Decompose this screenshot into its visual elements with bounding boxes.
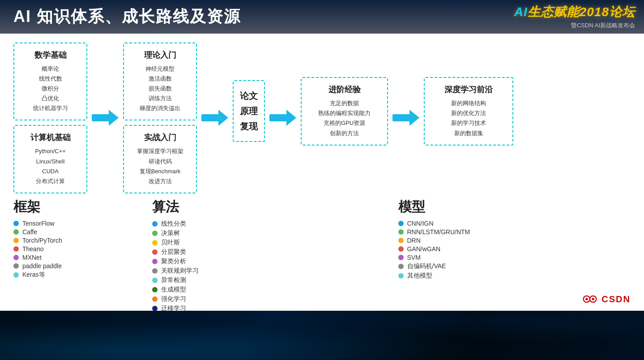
advanced-title: 进阶经验 [310, 84, 379, 95]
arrow-1 [89, 111, 121, 124]
list-item: 决策树 [152, 229, 385, 237]
item-label: CNN/IGN [407, 220, 434, 227]
bottom-section: 框架 TensorFlowCaffeTorch/PyTorchTheanoMXN… [13, 198, 631, 323]
dot-icon [152, 231, 158, 236]
deep-items: 新的网络结构 新的优化方法 新的学习技术 新的数据集 [433, 99, 504, 138]
dot-icon [398, 273, 404, 279]
item-label: MXNet [22, 254, 42, 261]
dot-icon [152, 240, 158, 245]
dot-icon [13, 238, 19, 243]
main-content: 数学基础 概率论 线性代数 微积分 凸优化 统计机器学习 计算机基础 Pytho… [0, 34, 644, 311]
item-label: Torch/PyTorch [22, 237, 62, 244]
advanced-items: 充足的数据 熟练的编程实现能力 充裕的GPU资源 创新的方法 [310, 99, 379, 138]
list-item: 异常检测 [152, 276, 385, 284]
algorithm-label: 算法 [152, 198, 385, 216]
page-title: AI 知识体系、成长路线及资源 [13, 6, 241, 28]
practice-items: 掌握深度学习框架 研读代码 复现Benchmark 改进方法 [132, 146, 188, 186]
item-label: 自编码机/VAE [407, 262, 446, 270]
list-item: MXNet [13, 254, 139, 261]
model-list: CNN/IGNRNN/LSTM/GRU/NTMDRNGAN/wGANSVM自编码… [398, 220, 631, 280]
computer-items: Python/C++ Linux/Shell CUDA 分布式计算 [22, 146, 78, 186]
list-item: 线性分类 [152, 220, 385, 228]
list-item: 分层聚类 [152, 248, 385, 256]
dot-icon [398, 246, 404, 252]
list-item: DRN [398, 237, 631, 244]
computer-title: 计算机基础 [22, 132, 78, 143]
dot-icon [13, 263, 19, 269]
item-label: 异常检测 [161, 276, 186, 284]
list-item: 关联规则学习 [152, 267, 385, 275]
branding-ai: AI [514, 5, 528, 19]
algorithm-section: 算法 线性分类决策树贝叶斯分层聚类聚类分析关联规则学习异常检测生成模型强化学习迁… [139, 198, 385, 323]
deep-title: 深度学习前沿 [433, 84, 504, 95]
dot-icon [152, 268, 158, 274]
dot-icon [398, 264, 404, 269]
theory-box: 理论入门 神经元模型 激活函数 损失函数 训练方法 梯度的消失溢出 [123, 43, 197, 120]
dot-icon [13, 229, 19, 235]
item-label: SVM [407, 254, 421, 261]
dot-icon [398, 238, 404, 243]
item-label: DRN [407, 237, 421, 244]
item-label: Keras等 [22, 271, 45, 279]
arrow-icon-1 [92, 111, 119, 124]
dot-icon [13, 255, 19, 260]
computer-box: 计算机基础 Python/C++ Linux/Shell CUDA 分布式计算 [13, 125, 87, 193]
list-item: 贝叶斯 [152, 239, 385, 247]
model-label: 模型 [398, 198, 631, 216]
practice-box: 实战入门 掌握深度学习框架 研读代码 复现Benchmark 改进方法 [123, 125, 197, 193]
item-label: 生成模型 [161, 286, 186, 294]
item-label: 强化学习 [161, 295, 186, 303]
framework-list: TensorFlowCaffeTorch/PyTorchTheanoMXNetp… [13, 220, 139, 279]
advanced-box: 进阶经验 充足的数据 熟练的编程实现能力 充裕的GPU资源 创新的方法 [301, 77, 388, 145]
mid-left-section: 理论入门 神经元模型 激活函数 损失函数 训练方法 梯度的消失溢出 实战入门 掌… [123, 43, 197, 193]
list-item: Torch/PyTorch [13, 237, 139, 244]
arrow-3 [267, 111, 299, 124]
branding-title: AI生态赋能2018论坛 [514, 4, 635, 21]
dot-icon [152, 259, 158, 264]
arrow-2 [199, 111, 231, 124]
list-item: GAN/wGAN [398, 245, 631, 253]
item-label: 分层聚类 [161, 248, 186, 256]
dot-icon [398, 255, 404, 260]
item-label: 其他模型 [407, 272, 432, 280]
branding-subtitle: 暨CSDN AI新战略发布会 [514, 21, 635, 30]
list-item: CNN/IGN [398, 220, 631, 227]
dot-icon [13, 272, 19, 278]
list-item: 生成模型 [152, 286, 385, 294]
dot-icon [152, 278, 158, 283]
dot-icon [398, 221, 404, 226]
dot-icon [13, 246, 19, 252]
svg-point-1 [585, 298, 588, 300]
csdn-text: CSDN [601, 294, 631, 304]
dot-icon [152, 249, 158, 255]
dot-icon [398, 229, 404, 235]
list-item: Keras等 [13, 271, 139, 279]
list-item: Caffe [13, 228, 139, 236]
paper-title: 论文原理复现 [240, 88, 258, 134]
bottom-background [0, 311, 644, 360]
item-label: RNN/LSTM/GRU/NTM [407, 228, 470, 236]
dot-icon [152, 296, 158, 302]
branding: AI生态赋能2018论坛 暨CSDN AI新战略发布会 [514, 4, 635, 30]
list-item: 强化学习 [152, 295, 385, 303]
framework-section: 框架 TensorFlowCaffeTorch/PyTorchTheanoMXN… [13, 198, 139, 323]
list-item: 其他模型 [398, 272, 631, 280]
flow-diagram: 数学基础 概率论 线性代数 微积分 凸优化 统计机器学习 计算机基础 Pytho… [13, 43, 631, 193]
item-label: GAN/wGAN [407, 245, 441, 253]
csdn-logo: CSDN [582, 291, 631, 307]
list-item: paddle paddle [13, 262, 139, 270]
item-label: Theano [22, 245, 43, 253]
algorithm-list: 线性分类决策树贝叶斯分层聚类聚类分析关联规则学习异常检测生成模型强化学习迁移学习… [152, 220, 385, 322]
branding-main: 生态赋能2018论坛 [528, 5, 635, 19]
item-label: Caffe [22, 228, 37, 236]
deep-box: 深度学习前沿 新的网络结构 新的优化方法 新的学习技术 新的数据集 [424, 77, 513, 145]
theory-title: 理论入门 [132, 50, 188, 60]
list-item: SVM [398, 254, 631, 261]
svg-point-3 [592, 298, 594, 300]
item-label: 决策树 [161, 229, 180, 237]
math-box: 数学基础 概率论 线性代数 微积分 凸优化 统计机器学习 [13, 43, 87, 120]
list-item: 聚类分析 [152, 257, 385, 266]
theory-items: 神经元模型 激活函数 损失函数 训练方法 梯度的消失溢出 [132, 64, 188, 113]
list-item: 自编码机/VAE [398, 262, 631, 270]
item-label: TensorFlow [22, 220, 55, 227]
